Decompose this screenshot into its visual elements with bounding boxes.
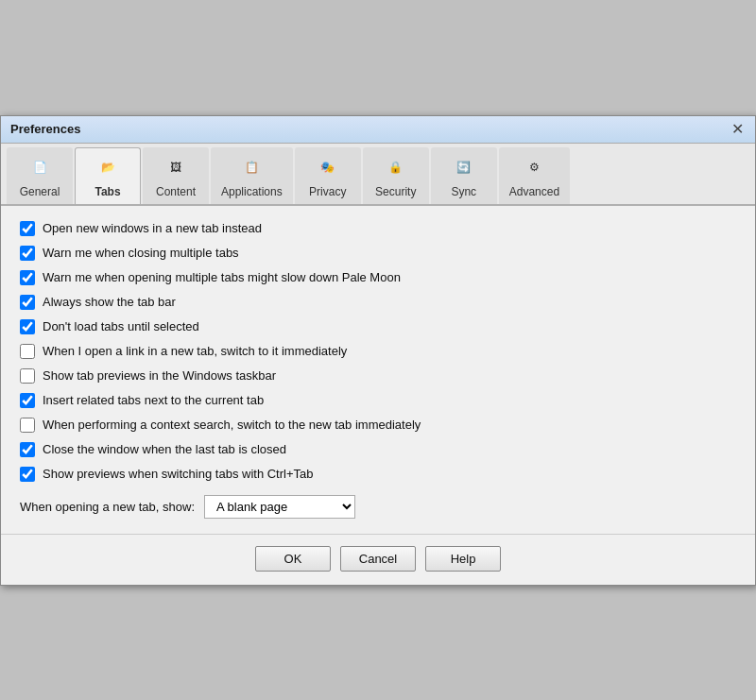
checkbox-label-cb11[interactable]: Show previews when switching tabs with C… — [43, 467, 314, 481]
checkbox-label-cb8[interactable]: Insert related tabs next to the current … — [43, 393, 264, 407]
checkbox-row: Insert related tabs next to the current … — [20, 393, 736, 408]
tab-privacy[interactable]: 🎭Privacy — [295, 147, 361, 204]
general-icon: 📄 — [25, 152, 55, 182]
checkbox-cb2[interactable] — [20, 246, 35, 261]
checkbox-label-cb3[interactable]: Warn me when opening multiple tabs might… — [43, 270, 401, 284]
help-button[interactable]: Help — [425, 546, 501, 572]
checkbox-label-cb2[interactable]: Warn me when closing multiple tabs — [43, 246, 239, 260]
tab-tabs-label: Tabs — [94, 185, 120, 198]
applications-icon: 📋 — [236, 152, 266, 182]
preferences-window: Preferences ✕ 📄General📂Tabs🖼Content📋Appl… — [0, 115, 756, 586]
checkbox-row: When I open a link in a new tab, switch … — [20, 344, 736, 359]
close-button[interactable]: ✕ — [730, 122, 746, 137]
checkbox-label-cb5[interactable]: Don't load tabs until selected — [43, 319, 199, 333]
tab-tabs[interactable]: 📂Tabs — [75, 147, 141, 204]
checkbox-row: Warn me when opening multiple tabs might… — [20, 270, 736, 285]
checkbox-cb6[interactable] — [20, 344, 35, 359]
advanced-icon: ⚙ — [519, 152, 549, 182]
content-area: Open new windows in a new tab insteadWar… — [1, 206, 755, 534]
checkbox-label-cb7[interactable]: Show tab previews in the Windows taskbar — [43, 368, 276, 383]
tab-security-label: Security — [375, 185, 416, 198]
checkbox-cb9[interactable] — [20, 418, 35, 433]
tab-general-label: General — [20, 185, 60, 198]
tab-privacy-label: Privacy — [309, 185, 346, 198]
cancel-button[interactable]: Cancel — [340, 546, 416, 572]
checkbox-cb3[interactable] — [20, 270, 35, 285]
checkbox-label-cb1[interactable]: Open new windows in a new tab instead — [43, 221, 262, 235]
checkbox-cb11[interactable] — [20, 467, 35, 482]
tab-security[interactable]: 🔒Security — [363, 147, 429, 204]
button-bar: OK Cancel Help — [1, 534, 755, 585]
dropdown-label: When opening a new tab, show: — [20, 500, 195, 514]
checkbox-cb4[interactable] — [20, 295, 35, 310]
content-icon: 🖼 — [161, 152, 191, 182]
tab-content[interactable]: 🖼Content — [143, 147, 209, 204]
sync-icon: 🔄 — [449, 152, 479, 182]
dropdown-row: When opening a new tab, show: A blank pa… — [20, 495, 736, 519]
tab-applications-label: Applications — [221, 185, 283, 198]
tab-advanced-label: Advanced — [509, 185, 559, 198]
checkbox-row: Show previews when switching tabs with C… — [20, 467, 736, 482]
tabs-icon: 📂 — [93, 152, 123, 182]
privacy-icon: 🎭 — [313, 152, 343, 182]
checkbox-cb1[interactable] — [20, 221, 35, 236]
window-title: Preferences — [10, 122, 80, 136]
checkbox-row: Open new windows in a new tab instead — [20, 221, 736, 236]
checkbox-label-cb4[interactable]: Always show the tab bar — [43, 295, 176, 309]
checkbox-cb7[interactable] — [20, 368, 35, 384]
ok-button[interactable]: OK — [255, 546, 331, 572]
tab-general[interactable]: 📄General — [7, 147, 73, 204]
checkbox-row: Don't load tabs until selected — [20, 319, 736, 334]
security-icon: 🔒 — [381, 152, 411, 182]
new-tab-dropdown[interactable]: A blank pageYour home pageA new tab page — [204, 495, 355, 519]
tabs-bar: 📄General📂Tabs🖼Content📋Applications🎭Priva… — [1, 144, 755, 206]
checkbox-cb10[interactable] — [20, 442, 35, 457]
checkbox-row: Always show the tab bar — [20, 295, 736, 310]
checkbox-cb5[interactable] — [20, 319, 35, 334]
tab-applications[interactable]: 📋Applications — [211, 147, 293, 204]
tab-advanced[interactable]: ⚙Advanced — [499, 147, 570, 204]
checkbox-row: When performing a context search, switch… — [20, 418, 736, 433]
checkbox-row: Warn me when closing multiple tabs — [20, 246, 736, 261]
checkbox-row: Show tab previews in the Windows taskbar — [20, 368, 736, 384]
checkbox-list: Open new windows in a new tab insteadWar… — [20, 221, 736, 482]
tab-content-label: Content — [156, 185, 196, 198]
checkbox-label-cb10[interactable]: Close the window when the last tab is cl… — [43, 442, 286, 456]
checkbox-label-cb6[interactable]: When I open a link in a new tab, switch … — [43, 344, 347, 358]
checkbox-row: Close the window when the last tab is cl… — [20, 442, 736, 457]
tab-sync-label: Sync — [451, 185, 476, 198]
checkbox-label-cb9[interactable]: When performing a context search, switch… — [43, 418, 421, 432]
checkbox-cb8[interactable] — [20, 393, 35, 408]
title-bar: Preferences ✕ — [1, 116, 755, 144]
tab-sync[interactable]: 🔄Sync — [431, 147, 497, 204]
